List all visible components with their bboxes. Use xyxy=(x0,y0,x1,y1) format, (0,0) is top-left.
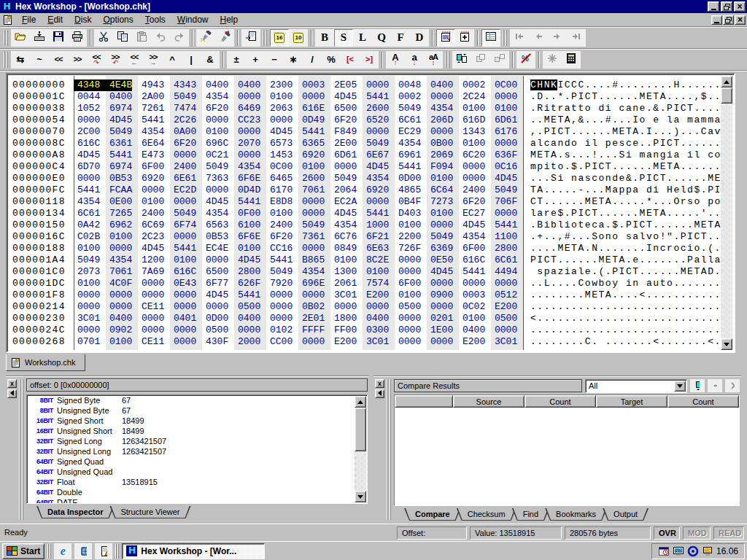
hex-cell[interactable]: 6E64 xyxy=(138,138,170,149)
tab-compare[interactable]: Compare xyxy=(404,508,461,521)
hex-cell[interactable]: 5441 xyxy=(459,266,491,278)
tab-output[interactable]: Output xyxy=(603,508,649,521)
hex-cell[interactable]: 0000 xyxy=(491,278,523,289)
hex-cell[interactable]: 0512 xyxy=(491,289,523,301)
hex-cell[interactable]: 0000 xyxy=(298,208,330,219)
hex-cell[interactable]: 2300 xyxy=(266,79,298,91)
hex-cell[interactable]: 6F00 xyxy=(138,161,170,173)
group-short-button[interactable]: S xyxy=(334,29,353,47)
hex-cell[interactable]: 2600 xyxy=(363,103,395,114)
hex-cell[interactable]: 0100 xyxy=(459,138,491,149)
hex-cell[interactable]: 4D45 xyxy=(330,91,363,103)
hex-cell[interactable]: 1300 xyxy=(330,266,363,278)
hex-cell[interactable]: 0400 xyxy=(234,313,266,324)
status-ovr-toggle[interactable]: OVR xyxy=(654,526,680,540)
hex-cell[interactable]: 0100 xyxy=(106,231,138,243)
hex-cell[interactable]: 2400 xyxy=(266,219,298,231)
inspector-row[interactable]: 8BITUnsigned Byte67 xyxy=(27,405,367,416)
ascii-cell[interactable]: .+..,#...Sono salvo!".PICT.. xyxy=(523,231,721,243)
find-button[interactable] xyxy=(196,29,215,47)
menu-help[interactable]: Help xyxy=(214,13,244,26)
hex-cell[interactable]: 0000 xyxy=(459,173,491,184)
hex-cell[interactable]: 0400 xyxy=(106,313,138,324)
hex-cell[interactable]: 0902 xyxy=(106,324,138,336)
column-header-Source[interactable]: Source xyxy=(453,395,525,408)
hex-cell[interactable]: 0100 xyxy=(74,243,106,254)
toolbar-grip[interactable] xyxy=(445,52,450,68)
hex-cell[interactable]: 5049 xyxy=(491,184,523,196)
scroll-up-button[interactable] xyxy=(721,76,732,88)
task-button-hex-workshop[interactable]: H Hex Workshop - [Wor... xyxy=(122,543,265,559)
goto-first-button[interactable] xyxy=(510,29,529,47)
ascii-cell[interactable]: ....META.N.......Incrocio.(. xyxy=(523,243,721,254)
group-byte-button[interactable]: B xyxy=(315,29,334,47)
hex-cell[interactable]: 0000 xyxy=(138,184,170,196)
hex-cell[interactable]: 1000 xyxy=(363,219,395,231)
hex-cell[interactable]: 6C61 xyxy=(395,114,427,126)
hex-cell[interactable]: C02B xyxy=(74,231,106,243)
hex-cell[interactable]: 6469 xyxy=(234,103,266,114)
hex-cell[interactable]: 0000 xyxy=(266,289,298,301)
ascii-cell[interactable]: lare$.PICT......META.....'.. xyxy=(523,208,721,219)
hex-cell[interactable]: 5049 xyxy=(266,266,298,278)
hex-cell[interactable]: 4354 xyxy=(363,173,395,184)
hex-cell[interactable]: 636F xyxy=(491,149,523,161)
options-splat-button[interactable] xyxy=(543,51,562,69)
align-left-button[interactable]: [< xyxy=(341,51,360,69)
hex-cell[interactable]: 2E00 xyxy=(330,138,363,149)
menu-edit[interactable]: Edit xyxy=(42,13,69,26)
hex-cell[interactable]: D403 xyxy=(395,208,427,219)
hex-cell[interactable]: 2A00 xyxy=(138,91,170,103)
group-long-button[interactable]: L xyxy=(353,29,372,47)
hex-cell[interactable]: 6D61 xyxy=(330,149,363,161)
hex-cell[interactable]: 0044 xyxy=(74,91,106,103)
ascii-cell[interactable]: PICT......META.e.......Palla xyxy=(523,254,721,266)
taskbar-grip[interactable] xyxy=(47,544,51,559)
hex-cell[interactable]: 2E01 xyxy=(298,313,330,324)
hex-cell[interactable]: 0D4D xyxy=(234,184,266,196)
hex-cell[interactable]: 6365 xyxy=(298,138,330,149)
hex-cell[interactable]: 5441 xyxy=(74,184,106,196)
inspector-row[interactable]: 16BITSigned Short18499 xyxy=(27,416,367,426)
hex-cell[interactable]: 7A69 xyxy=(138,266,170,278)
hex-cell[interactable]: 616D xyxy=(459,114,491,126)
hex-cell[interactable]: 0000 xyxy=(106,301,138,313)
hex-cell[interactable]: 5049 xyxy=(395,103,427,114)
hex-cell[interactable]: 0000 xyxy=(395,324,427,336)
menu-options[interactable]: Options xyxy=(97,13,139,26)
hex-grid[interactable]: 0000000043484E4B494343430400040023000003… xyxy=(9,76,721,350)
hex-cell[interactable]: 6974 xyxy=(106,103,138,114)
hex-cell[interactable]: 1E00 xyxy=(427,324,459,336)
tab-workshop-chk[interactable]: Workshop.chk xyxy=(6,354,85,371)
hex-cell[interactable]: 0100 xyxy=(138,196,170,208)
column-header-Target[interactable]: Target xyxy=(596,395,667,408)
hex-cell[interactable]: 0000 xyxy=(202,254,234,266)
hex-cell[interactable]: 0000 xyxy=(138,278,170,289)
sync-results-button[interactable] xyxy=(690,379,705,392)
hex-cell[interactable]: 6F6E xyxy=(234,231,266,243)
hex-cell[interactable]: 0000 xyxy=(234,126,266,138)
hex-cell[interactable]: 7061 xyxy=(106,266,138,278)
shift-left-button[interactable]: << xyxy=(49,51,68,69)
hex-cell[interactable]: 3C01 xyxy=(491,336,523,348)
hex-cell[interactable]: 0500 xyxy=(234,301,266,313)
hex-cell[interactable]: 0100 xyxy=(395,289,427,301)
hex-cell[interactable]: E200 xyxy=(491,301,523,313)
hex-cell[interactable]: 0D49 xyxy=(298,114,330,126)
hex-cell[interactable]: 0000 xyxy=(298,336,330,348)
hex-cell[interactable]: 4E4B xyxy=(106,79,138,91)
subtract-button[interactable]: − xyxy=(265,51,284,69)
hex-cell[interactable]: 4943 xyxy=(138,79,170,91)
hex-cell[interactable]: 2E05 xyxy=(330,79,363,91)
mdi-close-button[interactable]: × xyxy=(735,15,746,25)
ascii-cell[interactable]: spaziale.(.PICT......METAD. xyxy=(523,266,721,278)
hex-cell[interactable]: 2C24 xyxy=(459,91,491,103)
hex-cell[interactable]: 0000 xyxy=(170,289,202,301)
hex-cell[interactable]: 0100 xyxy=(395,219,427,231)
menu-disk[interactable]: Disk xyxy=(69,13,97,26)
hex-cell[interactable]: 4354 xyxy=(138,126,170,138)
hex-cell[interactable]: 0000 xyxy=(266,114,298,126)
hex-cell[interactable]: 0000 xyxy=(74,289,106,301)
hex-cell[interactable]: 6170 xyxy=(266,184,298,196)
ascii-cell[interactable]: ........META....<........... xyxy=(523,289,721,301)
